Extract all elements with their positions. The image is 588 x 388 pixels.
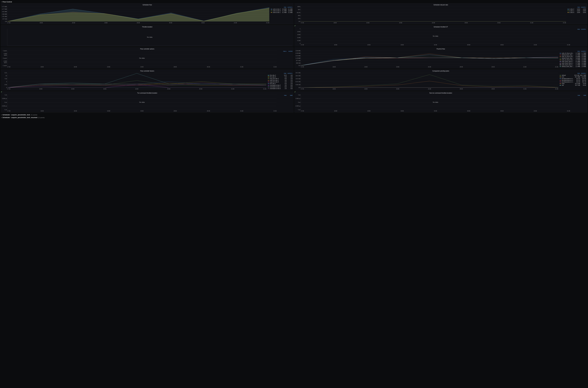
legend-item[interactable]: l0-tc-tikv-212.03.0 xyxy=(268,74,293,76)
legend-item[interactable]: pending-bytes-tc-tikv-032.5 B29.3 B xyxy=(560,79,586,81)
legend-header[interactable]: maxtotal xyxy=(278,95,293,97)
panel-title[interactable]: Compaction pending bytes xyxy=(294,70,587,72)
legend-header-col[interactable]: current xyxy=(581,28,586,30)
panel-flow_controller_factors[interactable]: Flow controller factors02.5057.501012.51… xyxy=(1,69,294,90)
panel-compaction_pending_bytes[interactable]: Compaction pending bytes0 B4.66 GiB9.31 … xyxy=(294,69,587,90)
y-tick: 0% xyxy=(295,21,300,22)
panel-body: 0%20%40%60.0%80%100%17:3018:0018:3019:00… xyxy=(294,6,587,24)
panel-flow_controller_actions[interactable]: Flow controller actions-1 ops/s-0.500 op… xyxy=(1,47,294,68)
legend-header-col[interactable]: max xyxy=(575,6,580,8)
legend-item[interactable]: memtable-tc-tikv-10.00.0 xyxy=(268,86,293,88)
legend-header-col[interactable]: total xyxy=(288,95,293,96)
legend-item[interactable]: raft53.7 KiB0.0 B xyxy=(560,84,586,86)
legend-header[interactable]: maxcurrent xyxy=(560,73,586,74)
panel-title[interactable]: Scheduler throttled CF xyxy=(294,25,587,28)
legend-header-col[interactable]: current xyxy=(288,73,293,74)
legend-header-col[interactable]: max xyxy=(575,73,580,74)
legend-header-col[interactable]: current xyxy=(288,6,293,8)
chart-canvas[interactable]: -1 ops/s-0.500 ops/s0 ops/s0.500 ops/s1 … xyxy=(7,51,277,66)
legend-item[interactable]: memtable-tc-tikv-23.00.0 xyxy=(268,84,293,86)
chart-canvas[interactable]: -1 µs-0.500 µs0 µs0.500 µs1 µsNo data xyxy=(301,95,570,110)
chart-canvas[interactable]: 0%20%40%60.0%80%100% xyxy=(301,7,566,22)
legend-item[interactable]: avg_l0-tc-tikv-26.02.0 xyxy=(268,78,293,79)
legend-header-col[interactable]: current xyxy=(288,50,293,52)
legend-item[interactable]: default_flush_flow-tc-tikv-12.1 MiB1.4 M… xyxy=(560,66,586,67)
legend-header-col[interactable]: current xyxy=(581,6,586,8)
panel-title[interactable]: Flow controller actions xyxy=(1,48,294,50)
legend-header[interactable]: maxtotal xyxy=(571,95,586,97)
legend-item[interactable]: default_flush_flow-tc-tikv-01.7 MiB1.6 M… xyxy=(560,54,586,56)
legend-header[interactable]: maxcurrent xyxy=(571,28,586,30)
legend-header-col[interactable]: max xyxy=(575,95,580,96)
legend-item[interactable]: avg_l0-tc-tikv-04.02.0 xyxy=(268,81,293,83)
legend-item[interactable]: default20.5 GiB454.7 MiB xyxy=(560,74,586,76)
legend-header[interactable]: maxcurrent xyxy=(567,6,586,8)
panel-title[interactable]: Txn command throttled duration xyxy=(1,92,294,94)
x-tick: 20:00 xyxy=(467,44,470,46)
legend-item[interactable]: write_l0_flow-tc-tikv-11.7 MiB1.7 MiB xyxy=(560,52,586,54)
panel-non_txn_throttled[interactable]: Non-txn command throttled duration-1 µs-… xyxy=(294,91,587,112)
legend-item[interactable]: pending-bytes-tc-tikv-132.5 B29.4 B xyxy=(560,78,586,79)
legend-item[interactable]: l0-tc-tikv-15.02.0 xyxy=(268,83,293,84)
legend-item[interactable]: write_flush_flow-tc-tikv-11.7 MiB1.5 MiB xyxy=(560,62,586,64)
legend-header-col[interactable]: current xyxy=(581,50,586,52)
legend-header-col[interactable]: current xyxy=(581,73,586,74)
legend-header-col[interactable]: max xyxy=(282,50,287,52)
legend-item[interactable]: tc-tikv-00.0%0.0% xyxy=(567,12,586,13)
legend-item[interactable]: lock28.7 MiB3.0 MiB xyxy=(560,76,586,78)
legend-item[interactable]: write-tc-tikv-05.1 MiB3.0 MiB xyxy=(271,10,293,12)
legend-header-col[interactable]: total xyxy=(581,95,586,96)
chart-canvas[interactable]: 0 B4.66 GiB9.31 GiB14.0 GiB18.6 GiB23.3 … xyxy=(301,73,558,88)
panel-title[interactable]: Flush/L0 flow xyxy=(294,48,587,50)
legend-current: 3.0 MiB xyxy=(581,76,586,78)
legend-item[interactable]: write-tc-tikv-25.4 MiB3.1 MiB xyxy=(271,8,293,10)
legend-header[interactable]: maxcurrent xyxy=(271,6,293,8)
chart-canvas[interactable]: 02.5057.501012.5 xyxy=(7,73,266,88)
legend-item[interactable]: write_flush_flow-tc-tikv-22.1 MiB1.5 MiB xyxy=(560,61,586,62)
panel-txn_throttled[interactable]: Txn command throttled duration-1 µs-0.50… xyxy=(1,91,294,112)
chart-canvas[interactable]: No data xyxy=(7,29,292,46)
panel-scheduler_flow[interactable]: Scheduler flow0 B977 KiB1.91 MiB2.86 MiB… xyxy=(1,3,294,24)
chart-canvas[interactable]: 0 B488 KiB977 KiB1.43 MiB1.91 MiB2.38 Mi… xyxy=(301,51,558,66)
panel-throttle_duration[interactable]: Throttle durationNo data xyxy=(1,25,294,46)
panel-scheduler_throttled_cf[interactable]: Scheduler throttled CF00.2000.4000.6000.… xyxy=(294,25,587,46)
legend-item[interactable]: pending-bytes-tc-tikv-233.3 B26.1 B xyxy=(560,81,586,83)
legend-item[interactable]: write_l0_flow-tc-tikv-01.7 MiB1.5 MiB xyxy=(560,59,586,61)
panel-title[interactable]: Scheduler flow xyxy=(1,3,294,6)
panel-title[interactable]: Scheduler discard ratio xyxy=(294,3,587,6)
legend-item[interactable]: avg_l0-tc-tikv-14.02.0 xyxy=(268,79,293,81)
chart-canvas[interactable]: 00.2000.4000.6000.8001No data xyxy=(301,29,570,44)
x-tick: 19:30 xyxy=(434,110,437,112)
panel-title[interactable]: Flow controller factors xyxy=(1,70,294,72)
legend-current: 0.0 xyxy=(287,86,293,88)
panel-title[interactable]: Throttle duration xyxy=(1,25,294,28)
section-header-flow-control[interactable]: ▾ Flow Control xyxy=(0,0,588,3)
chart-canvas[interactable]: -1 µs-0.500 µs0 µs0.500 µs1 µsNo data xyxy=(7,95,277,110)
legend-header-col[interactable]: max xyxy=(575,50,580,52)
legend-name: pending-bytes-tc-tikv-2 xyxy=(562,81,574,83)
collapsed-section[interactable]: ▸Scheduler - acquire_pessimistic_lock(11… xyxy=(0,113,588,116)
y-tick: -0.500 µs xyxy=(295,105,300,107)
panel-flush_l0_flow[interactable]: Flush/L0 flow0 B488 KiB977 KiB1.43 MiB1.… xyxy=(294,47,587,68)
legend-header[interactable]: maxcurrent xyxy=(268,73,293,74)
panel-scheduler_discard_ratio[interactable]: Scheduler discard ratio0%20%40%60.0%80%1… xyxy=(294,3,587,24)
collapsed-section[interactable]: ▸Scheduler - acquire_pessimistic_lock_re… xyxy=(0,116,588,119)
legend-item[interactable]: memtable-tc-tikv-02.00.0 xyxy=(268,88,293,89)
legend-item[interactable]: l0-tc-tikv-05.03.0 xyxy=(268,76,293,78)
legend-header-col[interactable]: max xyxy=(575,28,580,30)
legend-item[interactable]: tc-tikv-20.0%0.0% xyxy=(567,8,586,10)
legend-item[interactable]: write_flush_flow-tc-tikv-01.7 MiB1.5 MiB xyxy=(560,64,586,66)
legend-header-col[interactable]: max xyxy=(282,6,286,8)
legend-item[interactable]: tc-tikv-10.0%0.0% xyxy=(567,10,586,12)
legend-item[interactable]: write-tc-tikv-15.1 MiB2.1 MiB xyxy=(271,12,293,13)
legend-header[interactable]: maxcurrent xyxy=(278,50,293,52)
legend-header-col[interactable]: max xyxy=(282,73,286,74)
legend-item[interactable]: write10.3 GiB0.0 B xyxy=(560,83,586,84)
chart-canvas[interactable]: 0 B977 KiB1.91 MiB2.86 MiB3.81 MiB4.77 M… xyxy=(7,7,269,22)
legend-item[interactable]: default_flush_flow-tc-tikv-21.8 MiB1.5 M… xyxy=(560,57,586,59)
legend-item[interactable]: write_l0_flow-tc-tikv-22.3 MiB1.5 MiB xyxy=(560,56,586,57)
y-tick: -0.500 ops/s xyxy=(1,60,7,63)
legend-header[interactable]: maxcurrent xyxy=(560,50,586,52)
legend-header-col[interactable]: max xyxy=(282,95,287,96)
panel-title[interactable]: Non-txn command throttled duration xyxy=(294,92,587,94)
